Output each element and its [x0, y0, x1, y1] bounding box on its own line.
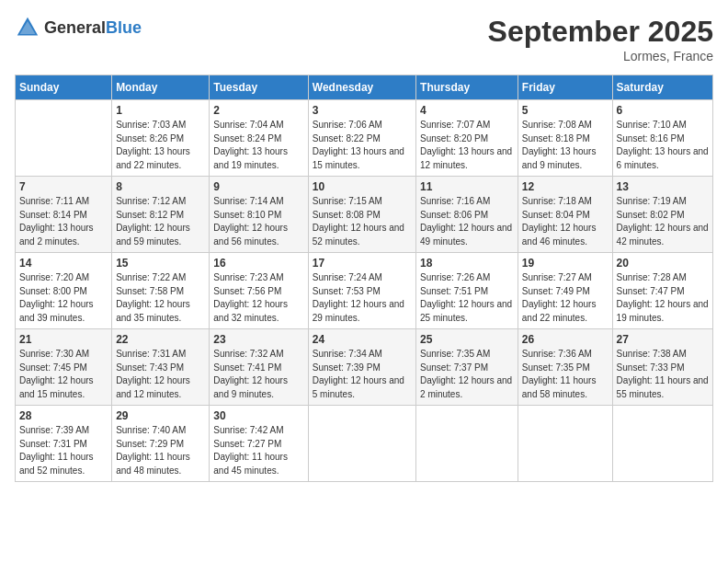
day-info: Sunrise: 7:10 AMSunset: 8:16 PMDaylight:…: [617, 119, 709, 172]
calendar-cell: 20Sunrise: 7:28 AMSunset: 7:47 PMDayligh…: [612, 253, 712, 329]
day-info: Sunrise: 7:11 AMSunset: 8:14 PMDaylight:…: [19, 195, 108, 248]
day-number: 21: [19, 333, 108, 346]
day-number: 5: [522, 104, 609, 117]
calendar-cell: 17Sunrise: 7:24 AMSunset: 7:53 PMDayligh…: [308, 253, 415, 329]
day-info: Sunrise: 7:19 AMSunset: 8:02 PMDaylight:…: [617, 195, 709, 248]
calendar-cell: 14Sunrise: 7:20 AMSunset: 8:00 PMDayligh…: [16, 253, 112, 329]
day-number: 8: [116, 180, 205, 193]
day-number: 22: [116, 333, 205, 346]
calendar-cell: [518, 406, 612, 482]
calendar-cell: 25Sunrise: 7:35 AMSunset: 7:37 PMDayligh…: [416, 329, 518, 406]
day-info: Sunrise: 7:31 AMSunset: 7:43 PMDaylight:…: [116, 348, 205, 401]
day-number: 1: [116, 104, 205, 117]
calendar-week-row: 21Sunrise: 7:30 AMSunset: 7:45 PMDayligh…: [16, 329, 713, 406]
day-number: 12: [522, 180, 609, 193]
day-info: Sunrise: 7:38 AMSunset: 7:33 PMDaylight:…: [617, 348, 709, 401]
weekday-header: Saturday: [612, 75, 712, 100]
calendar-cell: 11Sunrise: 7:16 AMSunset: 8:06 PMDayligh…: [416, 177, 518, 253]
day-info: Sunrise: 7:40 AMSunset: 7:29 PMDaylight:…: [116, 424, 205, 477]
calendar-cell: 15Sunrise: 7:22 AMSunset: 7:58 PMDayligh…: [112, 253, 210, 329]
weekday-header: Monday: [112, 75, 210, 100]
day-info: Sunrise: 7:22 AMSunset: 7:58 PMDaylight:…: [116, 271, 205, 325]
day-info: Sunrise: 7:42 AMSunset: 7:27 PMDaylight:…: [213, 424, 303, 477]
calendar-cell: 16Sunrise: 7:23 AMSunset: 7:56 PMDayligh…: [210, 253, 308, 329]
calendar-cell: 28Sunrise: 7:39 AMSunset: 7:31 PMDayligh…: [16, 406, 112, 482]
calendar-cell: 24Sunrise: 7:34 AMSunset: 7:39 PMDayligh…: [308, 329, 415, 406]
day-info: Sunrise: 7:08 AMSunset: 8:18 PMDaylight:…: [522, 119, 609, 172]
day-number: 30: [213, 409, 303, 422]
day-number: 9: [213, 180, 303, 193]
day-number: 2: [213, 104, 303, 117]
day-info: Sunrise: 7:35 AMSunset: 7:37 PMDaylight:…: [420, 348, 514, 401]
day-number: 13: [617, 180, 709, 193]
day-info: Sunrise: 7:34 AMSunset: 7:39 PMDaylight:…: [313, 348, 412, 401]
calendar-cell: 2Sunrise: 7:04 AMSunset: 8:24 PMDaylight…: [210, 100, 308, 177]
calendar-header-row: SundayMondayTuesdayWednesdayThursdayFrid…: [16, 75, 713, 100]
calendar-cell: 7Sunrise: 7:11 AMSunset: 8:14 PMDaylight…: [16, 177, 112, 253]
page-header: GeneralBlue September 2025 Lormes, Franc…: [15, 15, 713, 63]
calendar-week-row: 7Sunrise: 7:11 AMSunset: 8:14 PMDaylight…: [16, 177, 713, 253]
day-info: Sunrise: 7:16 AMSunset: 8:06 PMDaylight:…: [420, 195, 514, 248]
day-info: Sunrise: 7:20 AMSunset: 8:00 PMDaylight:…: [19, 271, 108, 325]
logo-text: GeneralBlue: [44, 18, 142, 38]
calendar-cell: 21Sunrise: 7:30 AMSunset: 7:45 PMDayligh…: [16, 329, 112, 406]
calendar-week-row: 1Sunrise: 7:03 AMSunset: 8:26 PMDaylight…: [16, 100, 713, 177]
weekday-header: Tuesday: [210, 75, 308, 100]
day-info: Sunrise: 7:07 AMSunset: 8:20 PMDaylight:…: [420, 119, 514, 172]
day-number: 6: [617, 104, 709, 117]
day-number: 20: [617, 257, 709, 270]
weekday-header: Friday: [518, 75, 612, 100]
location: Lormes, France: [488, 49, 713, 63]
day-number: 25: [420, 333, 514, 346]
calendar-cell: [416, 406, 518, 482]
day-number: 29: [116, 409, 205, 422]
calendar-cell: 1Sunrise: 7:03 AMSunset: 8:26 PMDaylight…: [112, 100, 210, 177]
day-number: 11: [420, 180, 514, 193]
weekday-header: Sunday: [16, 75, 112, 100]
calendar-cell: 30Sunrise: 7:42 AMSunset: 7:27 PMDayligh…: [210, 406, 308, 482]
day-number: 16: [213, 257, 303, 270]
day-number: 3: [313, 104, 412, 117]
calendar-cell: 29Sunrise: 7:40 AMSunset: 7:29 PMDayligh…: [112, 406, 210, 482]
calendar-cell: [16, 100, 112, 177]
calendar-cell: [612, 406, 712, 482]
calendar-cell: 23Sunrise: 7:32 AMSunset: 7:41 PMDayligh…: [210, 329, 308, 406]
day-info: Sunrise: 7:03 AMSunset: 8:26 PMDaylight:…: [116, 119, 205, 172]
calendar-cell: 5Sunrise: 7:08 AMSunset: 8:18 PMDaylight…: [518, 100, 612, 177]
day-info: Sunrise: 7:06 AMSunset: 8:22 PMDaylight:…: [313, 119, 412, 172]
day-number: 28: [19, 409, 108, 422]
calendar-cell: 27Sunrise: 7:38 AMSunset: 7:33 PMDayligh…: [612, 329, 712, 406]
calendar-cell: 19Sunrise: 7:27 AMSunset: 7:49 PMDayligh…: [518, 253, 612, 329]
day-info: Sunrise: 7:18 AMSunset: 8:04 PMDaylight:…: [522, 195, 609, 248]
day-info: Sunrise: 7:36 AMSunset: 7:35 PMDaylight:…: [522, 348, 609, 401]
day-info: Sunrise: 7:24 AMSunset: 7:53 PMDaylight:…: [313, 271, 412, 325]
title-block: September 2025 Lormes, France: [488, 15, 713, 63]
calendar-cell: 8Sunrise: 7:12 AMSunset: 8:12 PMDaylight…: [112, 177, 210, 253]
calendar-cell: 9Sunrise: 7:14 AMSunset: 8:10 PMDaylight…: [210, 177, 308, 253]
weekday-header: Wednesday: [308, 75, 415, 100]
day-info: Sunrise: 7:15 AMSunset: 8:08 PMDaylight:…: [313, 195, 412, 248]
day-number: 24: [313, 333, 412, 346]
day-number: 19: [522, 257, 609, 270]
day-number: 7: [19, 180, 108, 193]
day-info: Sunrise: 7:39 AMSunset: 7:31 PMDaylight:…: [19, 424, 108, 477]
day-number: 18: [420, 257, 514, 270]
day-info: Sunrise: 7:27 AMSunset: 7:49 PMDaylight:…: [522, 271, 609, 325]
logo-general: General: [44, 18, 106, 37]
calendar-week-row: 14Sunrise: 7:20 AMSunset: 8:00 PMDayligh…: [16, 253, 713, 329]
day-info: Sunrise: 7:12 AMSunset: 8:12 PMDaylight:…: [116, 195, 205, 248]
day-number: 27: [617, 333, 709, 346]
day-number: 10: [313, 180, 412, 193]
calendar-cell: 12Sunrise: 7:18 AMSunset: 8:04 PMDayligh…: [518, 177, 612, 253]
day-number: 17: [313, 257, 412, 270]
day-number: 23: [213, 333, 303, 346]
calendar-cell: 6Sunrise: 7:10 AMSunset: 8:16 PMDaylight…: [612, 100, 712, 177]
calendar-cell: 3Sunrise: 7:06 AMSunset: 8:22 PMDaylight…: [308, 100, 415, 177]
day-number: 26: [522, 333, 609, 346]
day-info: Sunrise: 7:23 AMSunset: 7:56 PMDaylight:…: [213, 271, 303, 325]
day-info: Sunrise: 7:30 AMSunset: 7:45 PMDaylight:…: [19, 348, 108, 401]
day-info: Sunrise: 7:26 AMSunset: 7:51 PMDaylight:…: [420, 271, 514, 325]
calendar-cell: 10Sunrise: 7:15 AMSunset: 8:08 PMDayligh…: [308, 177, 415, 253]
logo-blue: Blue: [106, 18, 142, 37]
calendar-cell: 13Sunrise: 7:19 AMSunset: 8:02 PMDayligh…: [612, 177, 712, 253]
